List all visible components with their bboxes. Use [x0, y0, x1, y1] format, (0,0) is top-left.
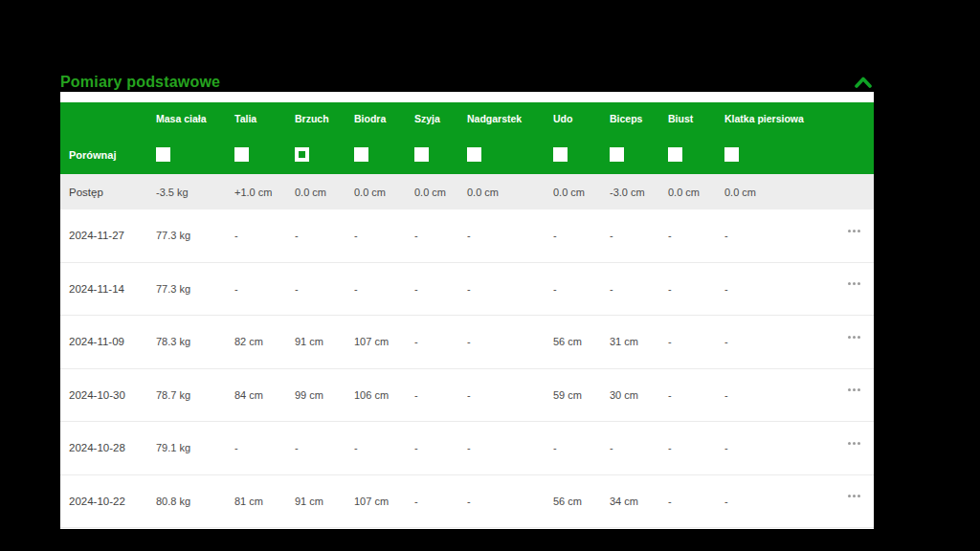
- compare-cell-nadgarstek: [467, 147, 553, 162]
- row-menu-button[interactable]: [834, 364, 874, 417]
- row-date: 2024-11-14: [60, 283, 156, 295]
- compare-checkbox-talia[interactable]: [234, 147, 249, 162]
- cell-klatka-piersiowa: -: [724, 336, 834, 347]
- compare-checkbox-biust[interactable]: [668, 147, 682, 162]
- compare-cell-biodra: [354, 147, 414, 162]
- cell-nadgarstek: -: [467, 442, 553, 453]
- cell-biodra: 107 cm: [354, 496, 414, 507]
- compare-checkbox-szyja[interactable]: [414, 147, 429, 162]
- cell-talia: 82 cm: [234, 336, 295, 347]
- compare-checkbox-nadgarstek[interactable]: [467, 147, 481, 162]
- chevron-up-icon[interactable]: [855, 76, 872, 89]
- compare-checkbox-udo[interactable]: [553, 147, 568, 162]
- cell-talia: -: [234, 283, 295, 295]
- progress-value-brzuch: 0.0 cm: [295, 187, 354, 198]
- table-row: 2024-10-3078.7 kg84 cm99 cm106 cm--59 cm…: [60, 369, 874, 423]
- cell-masa-ciala: 79.1 kg: [156, 442, 234, 453]
- cell-brzuch: -: [295, 442, 354, 453]
- cell-talia: -: [234, 230, 295, 241]
- row-menu-button[interactable]: [834, 417, 874, 470]
- row-menu-button[interactable]: [834, 205, 874, 257]
- cell-biceps: -: [610, 442, 668, 453]
- progress-value-masa-ciala: -3.5 kg: [156, 187, 234, 198]
- progress-row: Postęp -3.5 kg+1.0 cm0.0 cm0.0 cm0.0 cm0…: [60, 174, 874, 209]
- cell-talia: 81 cm: [234, 496, 295, 507]
- cell-biodra: -: [354, 442, 414, 453]
- row-menu-button[interactable]: [834, 311, 874, 364]
- cell-talia: -: [234, 442, 295, 453]
- compare-checkbox-klatka-piersiowa[interactable]: [724, 147, 739, 162]
- table-header-band: Masa ciałaTaliaBrzuchBiodraSzyjaNadgarst…: [60, 102, 874, 174]
- cell-szyja: -: [414, 389, 467, 401]
- cell-nadgarstek: -: [467, 283, 553, 295]
- cell-udo: 56 cm: [553, 336, 610, 347]
- compare-cell-biceps: [610, 147, 668, 162]
- cell-biust: -: [668, 389, 724, 401]
- row-date: 2024-10-22: [60, 496, 156, 507]
- cell-masa-ciala: 78.3 kg: [156, 336, 234, 347]
- column-header-masa-ciala: Masa ciała: [156, 113, 234, 124]
- progress-label: Postęp: [60, 187, 156, 198]
- progress-value-biust: 0.0 cm: [668, 187, 724, 198]
- cell-brzuch: 91 cm: [295, 496, 354, 507]
- cell-szyja: -: [414, 496, 467, 507]
- cell-nadgarstek: -: [467, 496, 553, 507]
- cell-talia: 84 cm: [234, 389, 295, 401]
- cell-biust: -: [668, 230, 724, 241]
- compare-checkbox-brzuch[interactable]: [295, 147, 309, 162]
- table-row: 2024-11-1477.3 kg---------: [60, 263, 874, 317]
- column-header-biust: Biust: [668, 113, 724, 124]
- cell-udo: -: [553, 442, 610, 453]
- cell-udo: -: [553, 283, 610, 295]
- cell-nadgarstek: -: [467, 230, 553, 241]
- progress-value-biceps: -3.0 cm: [610, 187, 668, 198]
- row-menu-button[interactable]: [834, 471, 874, 523]
- cell-nadgarstek: -: [467, 336, 553, 347]
- cell-udo: 56 cm: [553, 496, 610, 507]
- table-row: 2024-11-2777.3 kg---------: [60, 209, 874, 263]
- progress-value-talia: +1.0 cm: [234, 187, 295, 198]
- cell-biust: -: [668, 336, 724, 347]
- compare-cell-masa-ciala: [156, 147, 234, 162]
- table-row: 2024-10-2280.8 kg81 cm91 cm107 cm--56 cm…: [60, 475, 874, 529]
- column-header-udo: Udo: [553, 113, 610, 124]
- cell-szyja: -: [414, 283, 467, 295]
- cell-biodra: 107 cm: [354, 336, 414, 347]
- compare-checkbox-biceps[interactable]: [610, 147, 624, 162]
- cell-szyja: -: [414, 336, 467, 347]
- compare-checkbox-masa-ciala[interactable]: [156, 147, 170, 162]
- cell-biodra: -: [354, 230, 414, 241]
- compare-cell-biust: [668, 147, 724, 162]
- cell-masa-ciala: 80.8 kg: [156, 496, 234, 507]
- cell-klatka-piersiowa: -: [724, 283, 834, 295]
- cell-biceps: -: [610, 230, 668, 241]
- table-row: 2024-10-2879.1 kg---------: [60, 422, 874, 475]
- column-header-biodra: Biodra: [354, 113, 414, 124]
- column-headers: Masa ciałaTaliaBrzuchBiodraSzyjaNadgarst…: [60, 102, 874, 135]
- page-title: Pomiary podstawowe: [60, 74, 220, 91]
- cell-klatka-piersiowa: -: [724, 496, 834, 507]
- column-header-talia: Talia: [234, 113, 295, 124]
- column-header-nadgarstek: Nadgarstek: [467, 113, 553, 124]
- cell-klatka-piersiowa: -: [724, 230, 834, 241]
- compare-cell-szyja: [414, 147, 467, 162]
- cell-biceps: 34 cm: [610, 496, 668, 507]
- table-row: 2024-11-0978.3 kg82 cm91 cm107 cm--56 cm…: [60, 316, 874, 369]
- cell-brzuch: -: [295, 230, 354, 241]
- cell-biust: -: [668, 442, 724, 453]
- column-header-biceps: Biceps: [610, 113, 668, 124]
- measurements-card: Masa ciałaTaliaBrzuchBiodraSzyjaNadgarst…: [60, 92, 874, 529]
- cell-biust: -: [668, 496, 724, 507]
- panel-header: Pomiary podstawowe: [60, 73, 874, 92]
- compare-checkbox-biodra[interactable]: [354, 147, 368, 162]
- column-header-szyja: Szyja: [414, 113, 467, 124]
- cell-klatka-piersiowa: -: [724, 442, 834, 453]
- row-date: 2024-10-28: [60, 442, 156, 453]
- progress-value-klatka-piersiowa: 0.0 cm: [724, 187, 834, 198]
- cell-biodra: 106 cm: [354, 389, 414, 401]
- progress-value-udo: 0.0 cm: [553, 187, 610, 198]
- compare-cell-talia: [234, 147, 295, 162]
- row-menu-button[interactable]: [834, 258, 874, 311]
- cell-biceps: 31 cm: [610, 336, 668, 347]
- measurement-rows: 2024-11-2777.3 kg---------2024-11-1477.3…: [60, 209, 874, 528]
